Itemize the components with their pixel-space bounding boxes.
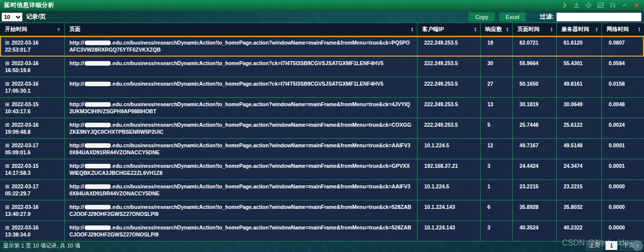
cell-start-time: ⊞2022-03-1613:40:27.9: [0, 200, 64, 221]
cell-response-count: 27: [480, 77, 512, 98]
table-row[interactable]: ⊞2022-03-1705:22:29.7http://.edu.cn/busi…: [0, 180, 644, 200]
cell-page-time: 55.9664: [512, 57, 556, 77]
expand-row-icon[interactable]: ⊞: [5, 60, 10, 66]
column-header-5[interactable]: 服务器时间▲▼: [556, 23, 601, 36]
expand-row-icon[interactable]: ⊞: [5, 204, 10, 210]
cell-client-ip: 222.249.253.5: [417, 36, 480, 57]
cell-response-count: 6: [480, 200, 512, 221]
cell-client-ip: 10.1.224.5: [417, 180, 480, 200]
cell-page-time: 23.2215: [512, 180, 556, 200]
redacted-host: [85, 102, 111, 107]
cell-start-time: ⊞2022-03-1705:22:29.7: [0, 180, 64, 200]
table-row[interactable]: ⊞2022-03-1613:40:27.9http://.edu.cn/busi…: [0, 200, 644, 221]
cell-network-time: 0.0584: [601, 57, 644, 77]
gear-icon[interactable]: [585, 2, 592, 9]
expand-row-icon[interactable]: ⊞: [5, 40, 10, 46]
cell-network-time: 0.0000: [601, 200, 644, 221]
close-icon[interactable]: [633, 2, 640, 9]
cell-client-ip: 222.249.253.5: [417, 57, 480, 77]
download-icon[interactable]: [573, 2, 580, 9]
cell-page-time: 35.8928: [512, 200, 556, 221]
copy-button[interactable]: Copy: [469, 13, 495, 22]
cell-server-time: 24.3474: [556, 159, 601, 180]
sort-both-indicator-icon: ▲▼: [638, 27, 641, 32]
page-size-select[interactable]: 10: [2, 13, 23, 22]
cell-start-time: ⊞2022-03-1510:43:17.6: [0, 98, 64, 118]
collapse-icon[interactable]: [621, 2, 628, 9]
cell-network-time: 0.0000: [601, 180, 644, 200]
cell-client-ip: 10.1.224.143: [417, 221, 480, 241]
expand-row-icon[interactable]: ⊞: [5, 81, 10, 87]
table-row[interactable]: ⊞2022-03-1622:53:01.7http://.edu.cn/busi…: [0, 36, 644, 57]
expand-row-icon[interactable]: ⊞: [5, 101, 10, 107]
cell-response-count: 3: [480, 159, 512, 180]
table-row[interactable]: ⊞2022-03-1616:50:19.6http://.edu.cn/busi…: [0, 57, 644, 77]
cell-server-time: 35.8032: [556, 200, 601, 221]
redacted-host: [85, 143, 111, 148]
column-label: 开始时间: [5, 26, 27, 32]
table-row[interactable]: ⊞2022-03-1514:17:58.3http://.edu.cn/busi…: [0, 159, 644, 180]
table-row[interactable]: ⊞2022-03-1617:05:30.1http://.edu.cn/busi…: [0, 77, 644, 98]
column-header-1[interactable]: 页面▲▼: [64, 23, 417, 36]
table-row[interactable]: ⊞2022-03-1613:38:34.0http://.edu.cn/busi…: [0, 221, 644, 241]
page-url: http://.edu.cn/business/researchDynamicA…: [70, 163, 410, 176]
expand-row-icon[interactable]: ⊞: [5, 183, 10, 189]
column-header-6[interactable]: 网络时间▲▼: [601, 23, 644, 36]
table-row[interactable]: ⊞2022-03-1705:09:01.6http://.edu.cn/busi…: [0, 139, 644, 159]
column-label: 页面: [70, 26, 81, 32]
sort-both-indicator-icon: ▲▼: [506, 27, 509, 32]
cell-response-count: 12: [480, 139, 512, 159]
filter-input[interactable]: [556, 13, 641, 22]
cell-response-count: 19: [480, 36, 512, 57]
cell-page-time: 50.1650: [512, 77, 556, 98]
column-label: 服务器时间: [562, 26, 589, 32]
delay-table: 开始时间▼页面▲▼客户端IP▲▼响应数▲▼页面时间▲▼服务器时间▲▼网络时间▲▼…: [0, 23, 644, 241]
cell-network-time: 0.0001: [601, 139, 644, 159]
cell-page-url: http://.edu.cn/business/researchDynamicA…: [64, 98, 417, 118]
column-header-2[interactable]: 客户端IP▲▼: [417, 23, 480, 36]
current-page-button[interactable]: 1: [605, 241, 617, 250]
table-row[interactable]: ⊞2022-03-1619:09:48.8http://.edu.cn/busi…: [0, 118, 644, 139]
page-url: http://.edu.cn/business/researchDynamicA…: [70, 40, 410, 53]
expand-row-icon[interactable]: ⊞: [5, 224, 10, 230]
sort-desc-icon[interactable]: [609, 2, 616, 9]
line-chart-icon[interactable]: [597, 2, 604, 9]
toolbar-right: Copy Excel 过滤:: [469, 13, 641, 22]
column-header-3[interactable]: 响应数▲▼: [480, 23, 512, 36]
cell-response-count: 3: [480, 221, 512, 241]
cell-page-url: http://.edu.cn/business/researchDynamicA…: [64, 180, 417, 200]
expand-row-icon[interactable]: ⊞: [5, 122, 10, 128]
sort-both-indicator-icon: ▲▼: [595, 27, 598, 32]
table-row[interactable]: ⊞2022-03-1510:43:17.6http://.edu.cn/busi…: [0, 98, 644, 118]
column-label: 页面时间: [518, 26, 540, 32]
column-header-4[interactable]: 页面时间▲▼: [512, 23, 556, 36]
page-url: http://.edu.cn/business/researchDynamicA…: [70, 142, 410, 155]
cell-response-count: 30: [480, 57, 512, 77]
table-toolbar: 10 记录/页 Copy Excel 过滤:: [0, 11, 644, 23]
cell-server-time: 23.2215: [556, 180, 601, 200]
cell-page-time: 25.7448: [512, 118, 556, 139]
column-header-0[interactable]: 开始时间▼: [0, 23, 64, 36]
title-bar-icons: [561, 2, 640, 9]
excel-button[interactable]: Excel: [499, 13, 526, 22]
page-url: http://.edu.cn/business/researchDynamicA…: [70, 122, 411, 135]
cell-server-time: 55.4301: [556, 57, 601, 77]
cell-start-time: ⊞2022-03-1705:09:01.6: [0, 139, 64, 159]
toolbar-left: 10 记录/页: [2, 13, 46, 22]
page-url: http://.edu.cn/business/researchDynamicA…: [70, 81, 384, 87]
expand-right-icon[interactable]: [561, 2, 568, 9]
redacted-host: [85, 225, 111, 230]
scroll-to-top-button[interactable]: ↑: [632, 240, 643, 251]
cell-response-count: 5: [480, 118, 512, 139]
cell-client-ip: 10.1.224.143: [417, 200, 480, 221]
cell-server-time: 49.5148: [556, 139, 601, 159]
cell-page-time: 49.7167: [512, 139, 556, 159]
cell-page-url: http://.edu.cn/business/researchDynamicA…: [64, 77, 417, 98]
records-per-page-label: 记录/页: [26, 13, 46, 21]
prev-page-button[interactable]: 上页: [586, 240, 603, 250]
records-summary: 显示第 1 至 10 项记录, 共 10 项: [3, 242, 80, 249]
expand-row-icon[interactable]: ⊞: [5, 163, 10, 169]
cell-page-url: http://.edu.cn/business/researchDynamicA…: [64, 36, 417, 57]
panel-title-bar: 延时信息详细分析: [0, 0, 644, 11]
expand-row-icon[interactable]: ⊞: [5, 142, 10, 148]
